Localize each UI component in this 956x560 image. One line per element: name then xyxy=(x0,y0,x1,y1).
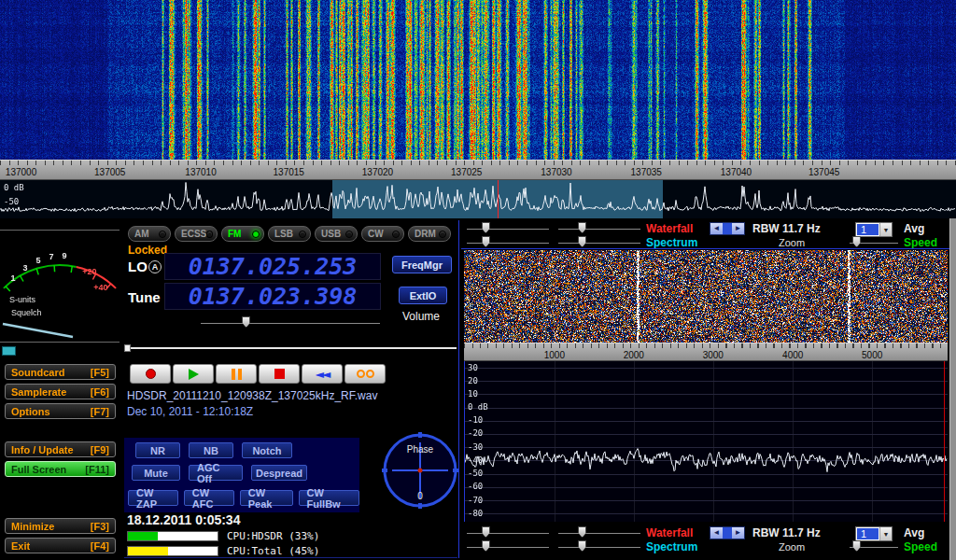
waterfall-brightness-slider-bottom[interactable] xyxy=(467,526,549,539)
zoom-left-icon[interactable]: ◄ xyxy=(710,223,723,234)
cw-peak-button[interactable]: CW Peak xyxy=(240,490,293,506)
slider-thumb[interactable] xyxy=(852,236,861,247)
slider-thumb[interactable] xyxy=(242,316,250,328)
mode-button-cw[interactable]: CW xyxy=(361,226,404,242)
zoom-frequency-ruler[interactable]: 1000 2000 3000 4000 5000 xyxy=(464,343,948,361)
extio-button[interactable]: ExtIO xyxy=(399,287,447,304)
main-waterfall-display[interactable] xyxy=(0,0,956,160)
zoom-right-icon[interactable]: ► xyxy=(732,223,744,234)
cpu-hdsdr-fill xyxy=(128,532,158,540)
speed-slider-bottom[interactable] xyxy=(850,540,898,553)
freqmgr-button[interactable]: FreqMgr xyxy=(392,256,452,273)
s-meter-label-1: 1 xyxy=(10,273,15,283)
soundcard-button[interactable]: Soundcard [F5] xyxy=(5,364,116,380)
dropdown-arrow-icon[interactable]: ▼ xyxy=(879,223,892,236)
pause-button[interactable] xyxy=(216,364,257,384)
speed-label-bottom: Speed xyxy=(904,540,937,553)
spectrum-contrast-slider-bottom[interactable] xyxy=(558,540,640,553)
slider-thumb[interactable] xyxy=(852,540,861,552)
zoom-spectrum-display[interactable]: 30 20 10 0 dB -10 -20 -30 -40 -50 -60 -7… xyxy=(464,361,948,522)
slider-track xyxy=(201,322,380,324)
slider-thumb[interactable] xyxy=(482,526,490,538)
slider-thumb[interactable] xyxy=(578,222,586,233)
notch-button[interactable]: Notch xyxy=(242,442,292,458)
zoom-spinner-bottom[interactable]: ◄► xyxy=(710,526,745,539)
tune-frequency-display[interactable]: 0137.023.398 xyxy=(164,283,381,310)
db-tick-label: 10 xyxy=(468,389,478,399)
zoom-label: Zoom xyxy=(779,237,805,248)
record-button[interactable] xyxy=(130,364,171,384)
zoom-spinner[interactable]: ◄► xyxy=(710,222,745,235)
dropdown-arrow-icon[interactable]: ▼ xyxy=(879,527,892,540)
waterfall-label-bottom[interactable]: Waterfall xyxy=(646,526,693,539)
main-spectrum-canvas[interactable] xyxy=(0,180,956,218)
info-update-button[interactable]: Info / Update [F9] xyxy=(5,441,116,457)
mode-button-am[interactable]: AM xyxy=(128,226,171,242)
slider-thumb[interactable] xyxy=(578,540,586,552)
slider-thumb[interactable] xyxy=(482,222,490,233)
waterfall-contrast-slider-bottom[interactable] xyxy=(558,526,640,539)
phase-indicator[interactable]: Phase 0 xyxy=(381,431,459,511)
mode-button-row: AM ECSS FM LSB USB CW DRM xyxy=(128,226,451,242)
zoom-waterfall-display[interactable] xyxy=(464,250,948,343)
cw-fullbw-button[interactable]: CW FullBw xyxy=(299,490,359,506)
cw-afc-button[interactable]: CW AFC xyxy=(184,490,234,506)
spectrum-brightness-slider[interactable] xyxy=(467,236,549,248)
despread-button[interactable]: Despread xyxy=(251,465,307,481)
main-spectrum-display[interactable]: 0 dB -50 xyxy=(0,180,956,218)
db-tick-label: -30 xyxy=(468,442,483,452)
waterfall-label[interactable]: Waterfall xyxy=(646,222,693,235)
db-scale-bottom: -50 xyxy=(4,197,19,206)
spectrum-brightness-slider-bottom[interactable] xyxy=(467,540,549,553)
db-tick-label: 30 xyxy=(468,363,478,372)
s-meter-label-plus20: +20 xyxy=(82,267,96,276)
main-frequency-ruler[interactable]: 137000 137005 137010 137015 137020 13702… xyxy=(0,160,956,180)
volume-slider[interactable] xyxy=(201,316,380,329)
loop-button[interactable] xyxy=(344,364,386,384)
slider-track xyxy=(558,532,640,534)
cw-zap-button[interactable]: CW ZAP xyxy=(128,490,178,506)
slider-thumb[interactable] xyxy=(578,526,586,538)
zoom-spectrum-canvas[interactable] xyxy=(464,361,948,522)
waterfall-brightness-slider[interactable] xyxy=(467,222,549,234)
options-button[interactable]: Options [F7] xyxy=(5,403,116,419)
avg-select-bottom[interactable]: 1 ▼ xyxy=(855,526,893,541)
zoom-left-icon[interactable]: ◄ xyxy=(710,527,723,539)
waterfall-contrast-slider[interactable] xyxy=(558,222,640,234)
speed-slider[interactable] xyxy=(850,236,898,248)
play-button[interactable] xyxy=(173,364,214,384)
slider-thumb[interactable] xyxy=(578,236,586,247)
agc-off-button[interactable]: AGC Off xyxy=(189,465,243,481)
position-thumb[interactable] xyxy=(124,344,131,352)
minimize-button[interactable]: Minimize [F3] xyxy=(5,518,116,534)
playback-position-slider[interactable] xyxy=(124,344,457,352)
phase-value: 0 xyxy=(381,491,459,501)
spectrum-label-bottom[interactable]: Spectrum xyxy=(646,540,697,553)
zoom-right-icon[interactable]: ► xyxy=(732,527,744,539)
rewind-button[interactable]: ◄◄ xyxy=(302,364,343,384)
mode-button-fm[interactable]: FM xyxy=(221,226,264,242)
samplerate-button[interactable]: Samplerate [F6] xyxy=(5,384,116,399)
slider-thumb[interactable] xyxy=(482,236,490,247)
spectrum-label[interactable]: Spectrum xyxy=(646,236,697,249)
stop-button[interactable] xyxy=(259,364,300,384)
mode-button-lsb[interactable]: LSB xyxy=(268,226,311,242)
fullscreen-button[interactable]: Full Screen [F11] xyxy=(5,461,116,477)
lo-frequency-display[interactable]: 0137.025.253 xyxy=(164,253,381,280)
info-update-button-label: Info / Update xyxy=(11,444,74,455)
avg-select[interactable]: 1 ▼ xyxy=(855,222,893,237)
db-tick-label: -10 xyxy=(468,415,483,425)
spectrum-contrast-slider[interactable] xyxy=(558,236,640,248)
db-tick-label: -20 xyxy=(468,428,483,438)
slider-thumb[interactable] xyxy=(482,540,490,552)
avg-label: Avg xyxy=(904,222,924,235)
squelch-indicator[interactable] xyxy=(2,346,16,356)
nr-button[interactable]: NR xyxy=(135,442,180,458)
mode-button-usb[interactable]: USB xyxy=(315,226,358,242)
exit-button[interactable]: Exit [F4] xyxy=(5,538,116,553)
lo-lock-badge[interactable]: A xyxy=(148,260,162,273)
mode-button-ecss[interactable]: ECSS xyxy=(175,226,218,242)
nb-button[interactable]: NB xyxy=(189,442,233,458)
mute-button[interactable]: Mute xyxy=(132,465,180,481)
mode-button-drm[interactable]: DRM xyxy=(408,226,451,242)
